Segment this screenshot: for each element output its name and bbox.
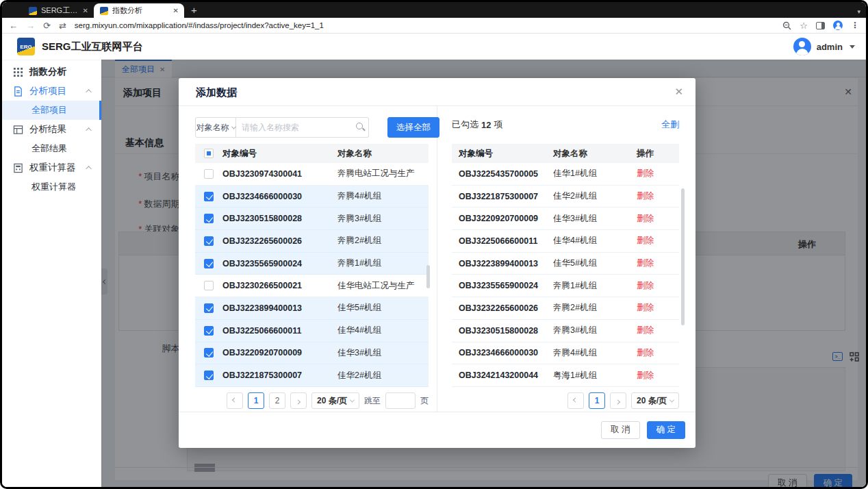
page-size-select[interactable]: 20 条/页: [631, 392, 679, 409]
row-checkbox[interactable]: [204, 371, 214, 380]
sidebar-item-weight-calculator[interactable]: 权重计算器: [2, 158, 101, 177]
table-row: OBJ3235565900024奔腾1#机组删除: [452, 275, 679, 297]
row-checkbox[interactable]: [204, 326, 214, 336]
new-tab-button[interactable]: +: [191, 4, 197, 16]
browser-profile-icon[interactable]: [833, 21, 843, 30]
right-table-scrollbar[interactable]: [681, 188, 685, 325]
page-button-1[interactable]: 1: [589, 392, 605, 409]
object-name: 佳华3#机组: [337, 347, 429, 359]
next-page-button[interactable]: [290, 392, 307, 409]
delete-link[interactable]: 删除: [637, 191, 654, 201]
page-jump-input[interactable]: [385, 392, 416, 409]
back-icon[interactable]: ←: [9, 21, 18, 31]
forward-icon[interactable]: →: [26, 21, 35, 31]
delete-link[interactable]: 删除: [637, 348, 654, 358]
delete-link[interactable]: 删除: [637, 303, 654, 312]
search-icon[interactable]: [356, 123, 363, 129]
object-name: 佳华1#机组: [553, 168, 637, 179]
table-row[interactable]: OBJ3223899400013佳华5#机组: [195, 297, 429, 320]
object-name: 佳华4#机组: [553, 235, 637, 247]
delete-link[interactable]: 删除: [637, 236, 654, 245]
row-checkbox[interactable]: [204, 303, 214, 313]
row-checkbox[interactable]: [204, 281, 214, 290]
row-checkbox[interactable]: [204, 236, 214, 246]
next-page-button[interactable]: [610, 392, 626, 409]
tab-search-chevron-icon[interactable]: ▾: [857, 8, 860, 15]
page-unit-label: 页: [420, 395, 429, 407]
delete-link[interactable]: 删除: [637, 281, 654, 290]
delete-link[interactable]: 删除: [637, 258, 654, 268]
bookmark-star-icon[interactable]: ☆: [800, 21, 808, 31]
selected-count: 12: [481, 120, 491, 130]
column-header-object-name: 对象名称: [337, 148, 429, 160]
column-header-object-id: 对象编号: [222, 148, 337, 160]
reload-icon[interactable]: ⟳: [43, 21, 51, 31]
table-row[interactable]: OBJ3220920700009佳华3#机组: [195, 342, 429, 365]
sidebar-item-all-projects[interactable]: 全部项目: [2, 101, 101, 120]
chevron-up-icon: [86, 127, 91, 133]
row-checkbox[interactable]: [204, 169, 214, 179]
object-name: 奔腾1#机组: [553, 280, 637, 292]
select-all-checkbox[interactable]: [204, 149, 214, 158]
object-id: OBJ3221875300007: [222, 371, 337, 380]
prev-page-button[interactable]: [567, 392, 584, 409]
object-name: 粤海1#机组: [553, 370, 637, 381]
sidebar-item-index-analysis[interactable]: 指数分析: [2, 62, 101, 82]
table-row[interactable]: OBJ3221875300007佳华2#机组: [195, 364, 429, 387]
search-input[interactable]: [242, 123, 351, 132]
page-button-2[interactable]: 2: [269, 392, 285, 409]
table-row[interactable]: OBJ3230515800028奔腾3#机组: [195, 208, 429, 230]
modal-close-icon[interactable]: ✕: [674, 86, 683, 98]
sidebar-item-weight-calculator-sub[interactable]: 权重计算器: [2, 177, 101, 197]
object-name: 奔腾3#机组: [553, 325, 637, 336]
tab-close-icon[interactable]: ✕: [173, 7, 179, 14]
zoom-icon[interactable]: [782, 21, 791, 30]
table-row[interactable]: OBJ3234666000030奔腾4#机组: [195, 186, 429, 208]
sidebar-item-analysis-projects[interactable]: 分析项目: [2, 82, 101, 101]
selected-table-header: 对象编号 对象名称 操作: [452, 144, 679, 163]
site-info-icon[interactable]: ⇄: [59, 21, 66, 31]
row-checkbox[interactable]: [204, 214, 214, 223]
object-name: 奔腾4#机组: [337, 190, 429, 202]
prev-page-button[interactable]: [227, 392, 243, 409]
row-checkbox[interactable]: [204, 259, 214, 268]
chevron-down-icon: [350, 397, 355, 402]
page-button-1[interactable]: 1: [248, 392, 264, 409]
delete-link[interactable]: 删除: [637, 371, 654, 380]
table-row: OBJ3234666000030奔腾4#机组删除: [452, 342, 679, 365]
url-bar[interactable]: serg.mixyun.com/mixapplication/#/indass/…: [75, 21, 775, 29]
modal-cancel-button[interactable]: 取 消: [601, 421, 639, 439]
favicon: [29, 7, 37, 15]
browser-menu-icon[interactable]: ⋮: [851, 21, 859, 30]
object-id: OBJ3230266500021: [222, 281, 337, 290]
table-row[interactable]: OBJ3232265600026奔腾2#机组: [195, 230, 429, 253]
sidebar-item-analysis-results[interactable]: 分析结果: [2, 120, 101, 139]
clear-all-link[interactable]: 全删: [661, 118, 679, 131]
browser-tab-2[interactable]: 指数分析 ✕: [94, 3, 184, 18]
search-field-select[interactable]: 对象名称: [195, 117, 236, 138]
select-all-button[interactable]: 选择全部: [387, 117, 439, 138]
user-menu-caret-icon[interactable]: [850, 45, 855, 49]
table-row[interactable]: OBJ3225066600011佳华4#机组: [195, 320, 429, 342]
page-size-select[interactable]: 20 条/页: [311, 392, 359, 409]
side-panel-icon[interactable]: [816, 22, 825, 29]
user-avatar[interactable]: [793, 38, 811, 55]
sidebar-item-all-results[interactable]: 全部结果: [2, 139, 101, 158]
row-checkbox[interactable]: [204, 192, 214, 201]
object-id: OBJ3242143200044: [452, 371, 553, 380]
left-table-scrollbar[interactable]: [426, 265, 430, 288]
table-row[interactable]: OBJ3230974300041奔腾电站工况与生产: [195, 163, 429, 186]
object-id: OBJ3225066600011: [222, 326, 337, 336]
browser-tab-1[interactable]: SERG工业互联网平台 ✕: [23, 3, 94, 18]
modal-ok-button[interactable]: 确 定: [647, 421, 685, 439]
delete-link[interactable]: 删除: [637, 168, 654, 178]
row-checkbox[interactable]: [204, 348, 214, 358]
object-name: 佳华2#机组: [553, 190, 637, 202]
delete-link[interactable]: 删除: [637, 325, 654, 335]
table-row[interactable]: OBJ3235565900024奔腾1#机组: [195, 253, 429, 275]
table-row: OBJ3225435700005佳华1#机组删除: [452, 163, 679, 186]
sidebar: 指数分析 分析项目 全部项目 分析结果 全部结果: [2, 60, 101, 487]
table-row[interactable]: OBJ3230266500021佳华电站工况与生产: [195, 275, 429, 297]
tab-close-icon[interactable]: ✕: [83, 7, 88, 14]
delete-link[interactable]: 删除: [637, 214, 654, 223]
